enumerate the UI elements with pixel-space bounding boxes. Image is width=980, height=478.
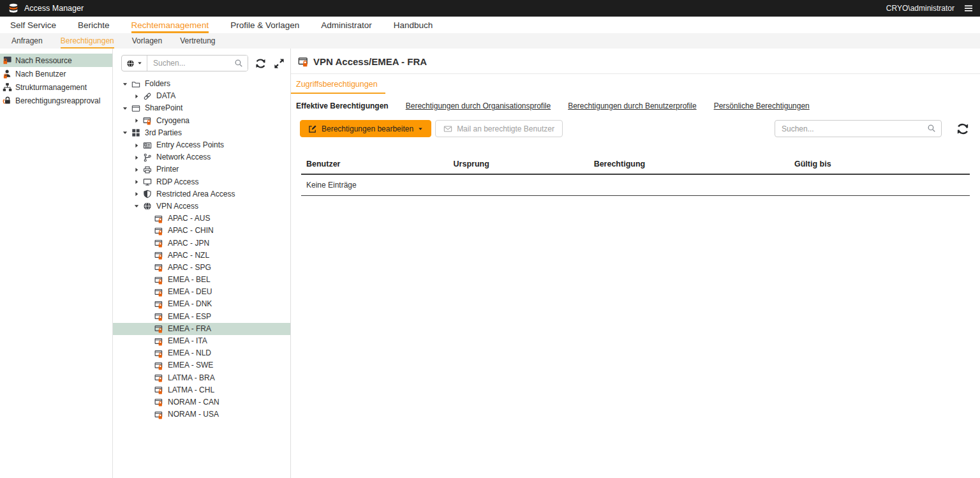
hamburger-menu-icon[interactable] xyxy=(963,3,974,13)
table-column-header: Gültig bis xyxy=(789,156,970,174)
chevron-right-icon[interactable] xyxy=(131,191,142,197)
tree-item-label: Restricted Area Access xyxy=(156,188,235,200)
tree-row[interactable]: Cryogena xyxy=(113,115,290,127)
main-nav-item[interactable]: Profile & Vorlagen xyxy=(230,17,299,33)
tree-row[interactable]: VPN Access xyxy=(113,200,290,213)
chevron-down-icon[interactable] xyxy=(119,105,131,112)
sidebar-item[interactable]: Nach Ressource xyxy=(0,54,112,67)
sublink-tab[interactable]: Berechtigungen durch Benutzerprofile xyxy=(568,101,696,110)
window-icon xyxy=(131,104,140,113)
tree-row[interactable]: EMEA - DNK xyxy=(113,298,290,310)
tree-refresh-icon[interactable] xyxy=(255,57,267,70)
chevron-down-icon[interactable] xyxy=(131,203,142,209)
chevron-right-icon[interactable] xyxy=(131,167,142,173)
sub-nav-item[interactable]: Berechtigungen xyxy=(61,33,114,49)
tree-row[interactable]: 3rd Parties xyxy=(113,127,290,139)
chevron-down-icon xyxy=(418,126,423,131)
main-nav-item[interactable]: Handbuch xyxy=(394,17,433,33)
main-nav-item[interactable]: Self Service xyxy=(10,17,56,33)
tree-row[interactable]: APAC - SPG xyxy=(113,262,290,274)
tree-row[interactable]: NORAM - CAN xyxy=(113,396,290,408)
win-lock-icon xyxy=(154,251,163,260)
tree-row[interactable]: EMEA - SWE xyxy=(113,359,290,371)
tree-row[interactable]: Network Access xyxy=(113,151,290,163)
tree-row[interactable]: APAC - NZL xyxy=(113,250,290,262)
sidebar-item[interactable]: Nach Benutzer xyxy=(0,67,112,80)
tree-row[interactable]: EMEA - NLD xyxy=(113,347,290,359)
branch-icon xyxy=(142,153,152,162)
monitor-icon xyxy=(142,177,152,186)
chevron-down-icon xyxy=(137,61,142,66)
tree-row[interactable]: Restricted Area Access xyxy=(113,188,290,200)
top-bar: Access Manager CRYO\administrator xyxy=(0,0,980,17)
tree-row[interactable]: DATA xyxy=(113,90,290,102)
permissions-search-input[interactable] xyxy=(775,120,942,137)
permissions-table-wrap: BenutzerUrsprungBerechtigungGültig bis K… xyxy=(301,156,970,196)
tree-expand-icon[interactable] xyxy=(273,57,285,70)
table-row: Keine Einträge xyxy=(301,174,970,196)
chevron-down-icon[interactable] xyxy=(119,81,131,87)
sub-nav-item[interactable]: Vertretung xyxy=(180,33,215,49)
sub-nav-label: Anfragen xyxy=(11,36,43,45)
chevron-right-icon[interactable] xyxy=(131,154,142,161)
tree-row[interactable]: APAC - AUS xyxy=(113,213,290,225)
sidebar-item[interactable]: Berechtigungsreapproval xyxy=(0,94,112,107)
tree-row[interactable]: SharePoint xyxy=(113,102,290,114)
scope-dropdown[interactable] xyxy=(122,56,147,71)
tree-row[interactable]: Folders xyxy=(113,78,290,90)
page-title: VPN Access/EMEA - FRA xyxy=(313,56,427,67)
win-lock-icon xyxy=(154,227,163,235)
main-nav-label: Administrator xyxy=(321,20,372,30)
table-refresh-icon[interactable] xyxy=(956,122,970,136)
tree-item-label: VPN Access xyxy=(156,200,198,213)
tree-row[interactable]: Entry Access Points xyxy=(113,139,290,151)
chevron-down-icon[interactable] xyxy=(119,130,131,136)
sublink-tab[interactable]: Effektive Berechtigungen xyxy=(296,101,389,110)
tab-strip: Zugriffsberechtigungen xyxy=(291,74,980,94)
tree-item-label: Network Access xyxy=(156,151,211,163)
tree-row[interactable]: EMEA - ESP xyxy=(113,311,290,323)
search-icon xyxy=(927,124,936,133)
left-sidebar: Nach RessourceNach BenutzerStrukturmanag… xyxy=(0,49,112,478)
sidebar-item[interactable]: Strukturmanagement xyxy=(0,80,112,94)
envelope-icon xyxy=(443,124,452,133)
sub-nav-item[interactable]: Vorlagen xyxy=(132,33,162,49)
tree-row[interactable]: NORAM - USA xyxy=(113,408,290,421)
empty-table-text: Keine Einträge xyxy=(301,174,970,196)
tree-row[interactable]: EMEA - FRA xyxy=(113,323,290,335)
main-nav-item[interactable]: Rechtemanagement xyxy=(131,17,209,33)
sub-nav-item[interactable]: Anfragen xyxy=(11,33,43,49)
tree-row[interactable]: EMEA - ITA xyxy=(113,335,290,347)
chevron-right-icon[interactable] xyxy=(131,142,142,149)
tab-zugriffsberechtigungen[interactable]: Zugriffsberechtigungen xyxy=(291,74,385,94)
tree-row[interactable]: APAC - CHIN xyxy=(113,225,290,237)
main-nav-label: Profile & Vorlagen xyxy=(230,20,299,30)
mail-users-button[interactable]: Mail an berechtigte Benutzer xyxy=(435,120,563,137)
tree-row[interactable]: LATMA - BRA xyxy=(113,372,290,384)
chevron-right-icon[interactable] xyxy=(131,117,142,124)
main-nav-item[interactable]: Berichte xyxy=(78,17,110,33)
tree-item-label: EMEA - SWE xyxy=(168,359,213,371)
main-content: VPN Access/EMEA - FRA Zugriffsberechtigu… xyxy=(291,49,980,478)
win-lock-icon xyxy=(154,324,163,333)
tree-row[interactable]: Printer xyxy=(113,163,290,176)
tree-item-label: DATA xyxy=(156,90,175,102)
sidebar-item-label: Berechtigungsreapproval xyxy=(15,96,100,105)
win-lock-icon xyxy=(154,288,163,297)
tree-search-input[interactable] xyxy=(147,56,248,71)
tree-item-label: Cryogena xyxy=(156,115,189,127)
tree-row[interactable]: RDP Access xyxy=(113,176,290,188)
tree-row[interactable]: APAC - JPN xyxy=(113,237,290,249)
edit-permissions-button[interactable]: Berechtigungen bearbeiten xyxy=(300,120,431,137)
chevron-right-icon[interactable] xyxy=(131,93,142,100)
tree-row[interactable]: EMEA - BEL xyxy=(113,274,290,286)
tree-row[interactable]: LATMA - CHL xyxy=(113,384,290,396)
tree-row[interactable]: EMEA - DEU xyxy=(113,286,290,298)
chevron-right-icon[interactable] xyxy=(131,179,142,185)
tree-item-label: EMEA - BEL xyxy=(168,274,211,286)
sublink-tab[interactable]: Berechtigungen durch Organisationsprofil… xyxy=(406,101,551,110)
main-nav-item[interactable]: Administrator xyxy=(321,17,372,33)
sublink-tab[interactable]: Persönliche Berechtigungen xyxy=(714,101,810,110)
resource-lock-icon xyxy=(3,56,12,65)
win-lock-icon xyxy=(154,276,163,285)
